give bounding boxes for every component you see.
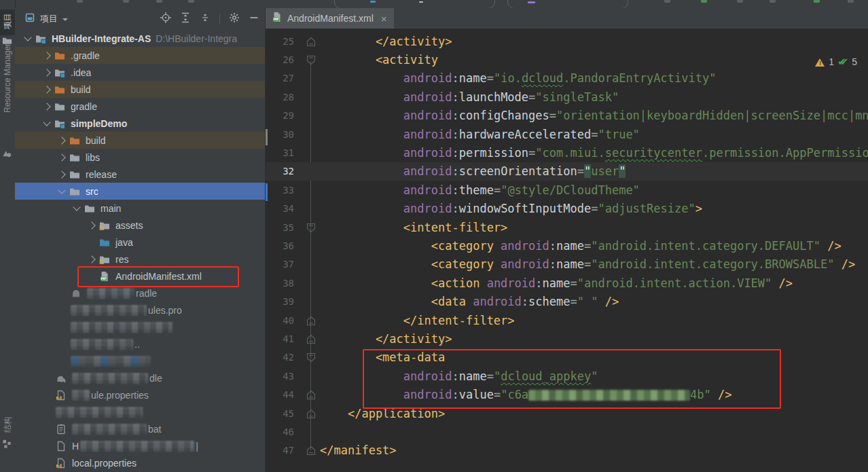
folder-icon — [69, 152, 82, 163]
tree-chevron-icon[interactable] — [86, 257, 99, 262]
locate-file-icon[interactable] — [160, 12, 171, 26]
toolbar-icon-stub — [848, 0, 854, 3]
line-number: 45 — [266, 408, 294, 419]
run-icon-stub[interactable] — [701, 0, 707, 3]
tree-item-java[interactable]: java — [15, 234, 265, 251]
close-icon[interactable]: × — [381, 14, 387, 24]
hide-panel-icon[interactable] — [249, 12, 259, 26]
settings-gear-icon[interactable] — [229, 12, 240, 26]
tree-chevron-icon[interactable] — [22, 37, 35, 40]
censored-text-fragment: bat — [148, 424, 161, 435]
project-tool-window: 项目 HBuilder-Integrate-ASD:\HBuilder-Inte… — [15, 8, 265, 472]
tree-chevron-icon[interactable] — [86, 223, 99, 228]
fold-marker-icon[interactable] — [306, 389, 316, 400]
file-list-icon — [56, 424, 68, 435]
tree-item-build[interactable]: build — [15, 81, 265, 98]
fold-marker-spacer — [306, 203, 316, 214]
line-number: 38 — [266, 278, 294, 289]
chevron-down-icon[interactable] — [62, 18, 68, 21]
tree-item-libs[interactable]: libs — [15, 149, 265, 166]
stripe-resource-manager-button[interactable]: Resource Manager — [3, 98, 12, 113]
tree-item-build[interactable]: build — [15, 132, 265, 149]
tree-item-res[interactable]: res — [15, 251, 265, 268]
tree-item-gradle[interactable]: gradle — [15, 98, 265, 115]
panel-title[interactable]: 项目 — [40, 13, 58, 25]
code-text: android:value="c6a4b" /> — [320, 388, 732, 401]
tree-item-censored[interactable]: ule.properties — [15, 386, 265, 403]
tree-item-censored[interactable]: H| — [15, 437, 265, 454]
stripe-project-button[interactable]: 项目 — [2, 15, 14, 30]
fold-marker-icon[interactable] — [306, 36, 316, 47]
tree-item-censored[interactable]: radle — [15, 285, 265, 302]
code-text: android:theme="@style/DCloudTheme" — [320, 183, 640, 197]
fold-marker-icon[interactable] — [306, 408, 316, 419]
tree-chevron-icon[interactable] — [71, 206, 84, 210]
tree-item-main[interactable]: main — [15, 200, 265, 217]
tree-chevron-icon[interactable] — [56, 189, 69, 193]
tree-chevron-icon[interactable] — [41, 70, 54, 75]
line-number: 39 — [266, 296, 294, 307]
gradle-icon — [56, 373, 68, 384]
tree-item-label: .idea — [71, 67, 91, 78]
collapse-all-icon[interactable] — [200, 12, 211, 26]
editor-area[interactable]: MF AndroidManifest.xml × 25</activity>26… — [265, 8, 868, 472]
expand-all-icon[interactable] — [180, 12, 191, 26]
structure-icon[interactable] — [2, 439, 12, 452]
tree-item-assets[interactable]: assets — [15, 217, 265, 234]
ghost-icon — [71, 288, 83, 299]
tree-item-censored[interactable]: bat — [15, 420, 265, 437]
code-editor[interactable]: 25</activity>26<activity27android:name="… — [266, 29, 868, 472]
tree-item-hbuilder-integrate-as[interactable]: HBuilder-Integrate-ASD:\HBuilder-Integra — [15, 30, 265, 47]
fold-marker-spacer — [306, 73, 316, 84]
tree-chevron-icon[interactable] — [56, 155, 69, 160]
censored-blur-block — [71, 356, 151, 367]
fold-marker-icon[interactable] — [306, 54, 316, 65]
folder-icon — [69, 169, 82, 180]
tree-item-local.properties[interactable]: local.properties — [15, 454, 265, 471]
code-text: </activity> — [320, 332, 452, 346]
tree-item-censored[interactable]: ules.pro — [15, 302, 265, 319]
code-line-35: 35<intent-filter> — [266, 218, 868, 236]
header-separator — [219, 14, 220, 24]
tree-chevron-icon[interactable] — [41, 104, 54, 109]
tree-chevron-icon[interactable] — [41, 87, 54, 92]
tree-item-label: build — [71, 84, 91, 95]
project-view-icon[interactable] — [24, 12, 35, 26]
tab-androidmanifest[interactable]: MF AndroidManifest.xml × — [266, 8, 394, 29]
tree-item-censored[interactable] — [15, 352, 265, 369]
code-text: <meta-data — [320, 350, 445, 364]
code-line-27: 27android:name="io.dcloud.PandoraEntryAc… — [266, 69, 868, 88]
tree-item-src[interactable]: src — [15, 183, 265, 200]
fold-marker-icon[interactable] — [306, 222, 316, 233]
fold-marker-spacer — [306, 129, 316, 140]
fold-marker-icon[interactable] — [306, 445, 316, 456]
fold-marker-icon[interactable] — [306, 352, 316, 363]
tree-item-release[interactable]: release — [15, 166, 265, 183]
tree-chevron-icon[interactable] — [56, 172, 69, 177]
stripe-structure-button[interactable]: 结构 — [2, 418, 14, 433]
line-number: 34 — [266, 203, 294, 214]
tree-item-simpledemo[interactable]: simpleDemo — [15, 115, 265, 132]
folder-orange-icon — [69, 135, 82, 146]
tree-item-.idea[interactable]: .idea — [15, 64, 265, 81]
toolbar-icon-stub — [123, 0, 129, 3]
inspection-widget[interactable]: ! 1 ✔✔ 5 — [815, 56, 857, 68]
tree-chevron-icon[interactable] — [41, 53, 54, 58]
resource-manager-icon[interactable] — [2, 148, 12, 161]
censored-blur-block — [72, 390, 90, 401]
line-number: 41 — [266, 333, 294, 344]
censored-blur-block — [72, 424, 147, 435]
tree-chevron-icon[interactable] — [56, 138, 69, 143]
tree-item-androidmanifest.xml[interactable]: MFAndroidManifest.xml — [15, 268, 265, 285]
tree-item-censored[interactable] — [15, 319, 265, 335]
fold-marker-icon[interactable] — [306, 315, 316, 326]
fold-marker-icon[interactable] — [306, 333, 316, 344]
tree-item-censored[interactable]: .. — [15, 335, 265, 352]
left-tool-stripe: 项目 Resource Manager 结构 — [0, 0, 16, 472]
tree-item-censored[interactable] — [15, 403, 265, 420]
debug-icon-stub[interactable] — [814, 0, 820, 3]
passed-count: 5 — [852, 56, 857, 67]
tree-chevron-icon[interactable] — [41, 122, 54, 125]
tree-item-censored[interactable]: dle — [15, 369, 265, 386]
tree-item-.gradle[interactable]: .gradle — [15, 47, 265, 64]
